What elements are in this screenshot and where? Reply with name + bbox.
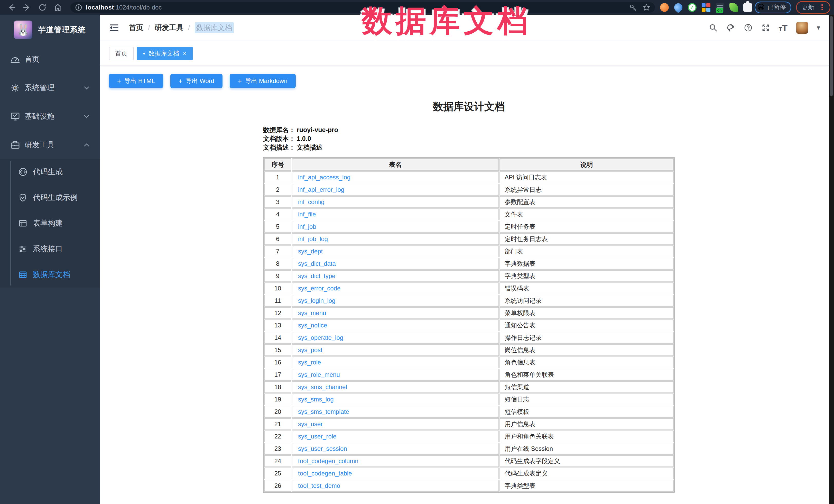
fullscreen-icon[interactable] [761,23,770,32]
row-seq: 14 [264,332,291,344]
ext-dark-stack-icon[interactable]: on [716,3,724,12]
bookmark-star-icon[interactable] [642,4,650,11]
table-link[interactable]: tool_codegen_column [298,458,358,464]
table-link[interactable]: sys_dict_data [298,260,336,267]
table-link[interactable]: tool_test_demo [298,482,340,489]
table-link[interactable]: sys_login_log [298,297,335,304]
sidebar-item-form-builder[interactable]: 表单构建 [0,211,100,236]
plus-icon: + [179,78,182,84]
github-icon[interactable] [726,23,735,32]
site-info-icon[interactable] [75,4,82,11]
breadcrumb: 首页 / 研发工具 / 数据库文档 [129,22,709,33]
chevron-up-icon [83,141,90,148]
ext-green-leaf-icon[interactable] [729,3,738,12]
tab-home[interactable]: 首页 [109,47,134,60]
export-word-button[interactable]: + 导出 Word [170,74,222,88]
user-avatar[interactable] [796,22,808,34]
font-size-icon[interactable]: TT [779,23,788,32]
password-key-icon[interactable] [629,4,637,11]
row-seq: 12 [264,307,291,319]
back-icon[interactable] [7,3,16,12]
table-grid-icon [19,270,27,279]
browser-update-area[interactable]: 更新 ⋮ [796,1,830,14]
ext-orange-circle-icon[interactable] [660,3,669,12]
sidebar-item-system[interactable]: 系统管理 [0,73,100,102]
help-icon[interactable] [744,23,752,32]
table-link[interactable]: sys_user_role [298,433,336,440]
sidebar-item-home[interactable]: 首页 [0,45,100,73]
sidebar-collapse-icon[interactable] [109,23,119,33]
tab-db-doc[interactable]: ● 数据库文档 × [137,47,193,60]
table-row: 11 sys_login_log 系统访问记录 [264,295,674,307]
table-link[interactable]: sys_operate_log [298,334,343,341]
row-seq: 8 [264,258,291,270]
breadcrumb-separator: / [188,24,190,32]
page-scrollbar[interactable] [829,15,834,504]
table-link[interactable]: sys_dept [298,248,323,255]
export-markdown-button[interactable]: + 导出 Markdown [230,74,296,88]
table-link[interactable]: inf_file [298,211,316,218]
row-seq: 6 [264,233,291,245]
search-icon[interactable] [709,23,718,32]
ext-green-check-icon[interactable]: ✓ [688,3,697,12]
sidebar-item-codegen[interactable]: 代码生成 [0,159,100,185]
table-link[interactable]: sys_menu [298,309,326,316]
table-link[interactable]: sys_user [298,420,323,428]
update-button[interactable]: 更新 [802,3,814,12]
close-tab-icon[interactable]: × [183,50,186,57]
row-seq: 11 [264,295,291,307]
table-link[interactable]: sys_user_session [298,445,347,452]
reload-icon[interactable] [38,3,47,12]
table-link[interactable]: inf_config [298,198,325,205]
row-desc: 系统异常日志 [500,184,674,196]
table-row: 15 sys_post 岗位信息表 [264,344,674,356]
meta-db-name: 数据库名：ruoyi-vue-pro [263,126,675,134]
table-link[interactable]: inf_api_access_log [298,174,350,181]
row-desc: 文件表 [500,209,674,220]
row-seq: 13 [264,320,291,331]
code-icon [19,168,27,176]
app-logo-row[interactable]: 🐰 芋道管理系统 [0,15,100,45]
ext-puzzle-icon[interactable] [743,3,752,12]
table-link[interactable]: sys_sms_template [298,408,349,415]
breadcrumb-devtools[interactable]: 研发工具 [155,23,183,32]
col-seq: 序号 [264,158,291,171]
table-link[interactable]: sys_dict_type [298,272,335,279]
table-link[interactable]: sys_sms_channel [298,384,347,390]
paused-extension-badge[interactable]: 😀 已暂停 [754,2,791,13]
table-link[interactable]: sys_role [298,359,321,366]
forward-icon[interactable] [23,3,31,12]
row-desc: API 访问日志表 [500,171,674,183]
table-link[interactable]: sys_error_code [298,285,341,292]
row-desc: 岗位信息表 [500,344,674,356]
table-link[interactable]: tool_codegen_table [298,470,352,477]
table-link[interactable]: inf_job [298,223,316,230]
table-link[interactable]: inf_api_error_log [298,186,344,193]
row-seq: 21 [264,418,291,430]
table-link[interactable]: sys_post [298,347,323,353]
table-link[interactable]: sys_sms_log [298,396,334,403]
sidebar-item-db-doc[interactable]: 数据库文档 [0,262,100,288]
table-row: 25 tool_codegen_table 代码生成表定义 [264,467,674,479]
breadcrumb-current: 数据库文档 [195,22,234,33]
avatar-caret-down-icon[interactable]: ▾ [817,24,820,31]
sidebar-item-infra[interactable]: 基础设施 [0,102,100,131]
ext-color-grid-icon[interactable] [702,3,710,12]
sidebar-item-api[interactable]: 系统接口 [0,236,100,262]
table-link[interactable]: sys_notice [298,322,327,329]
sidebar-item-codegen-demo[interactable]: 代码生成示例 [0,185,100,211]
scrollbar-thumb[interactable] [830,16,833,96]
export-html-button[interactable]: + 导出 HTML [109,74,163,88]
row-desc: 定时任务日志表 [500,233,674,245]
table-link[interactable]: inf_job_log [298,236,328,242]
app-logo: 🐰 [14,21,32,39]
devtools-submenu: 代码生成 代码生成示例 表单构建 系统接口 数据库文档 [0,159,100,288]
breadcrumb-home[interactable]: 首页 [129,23,144,32]
address-bar[interactable]: localhost :1024/tool/db-doc [70,2,655,13]
sidebar-item-devtools[interactable]: 研发工具 [0,131,100,159]
home-icon[interactable] [53,3,62,12]
ext-blue-pin-icon[interactable] [673,2,684,13]
table-link[interactable]: sys_role_menu [298,371,340,378]
col-desc: 说明 [500,158,674,171]
browser-menu-icon[interactable]: ⋮ [818,4,826,11]
